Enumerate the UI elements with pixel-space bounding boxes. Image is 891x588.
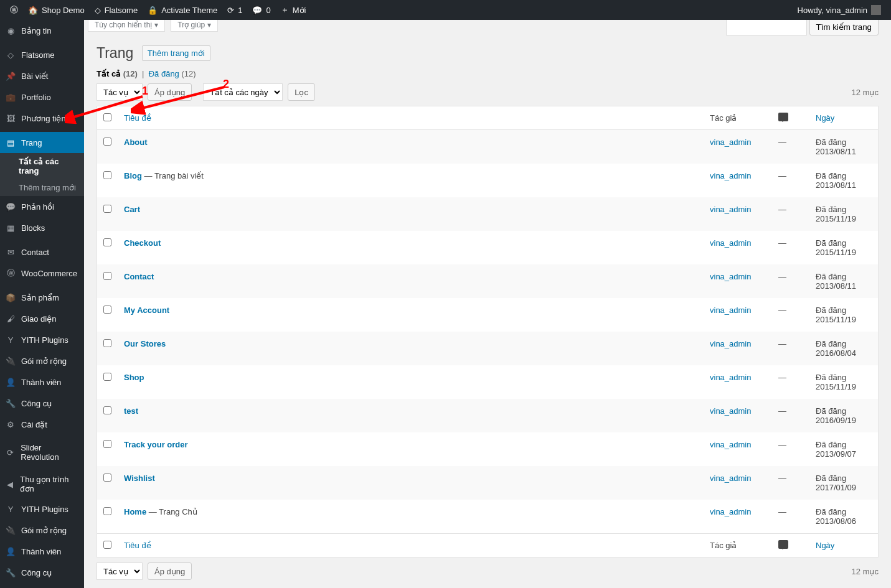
row-date: Đã đăng2013/08/11	[809, 130, 878, 164]
row-title-link[interactable]: Cart	[124, 205, 140, 214]
row-title-link[interactable]: test	[124, 406, 138, 416]
site-link[interactable]: 🏠Shop Demo	[23, 0, 90, 20]
sidebar-item-sản-phẩm[interactable]: 📦Sản phẩm	[0, 287, 84, 308]
row-checkbox[interactable]	[103, 339, 111, 347]
submenu-thêm-trang-mới[interactable]: Thêm trang mới	[0, 179, 84, 196]
row-author-link[interactable]: vina_admin	[710, 138, 752, 147]
row-author-link[interactable]: vina_admin	[710, 238, 752, 248]
flatsome-link[interactable]: ◇Flatsome	[90, 0, 143, 20]
sidebar-item-yith-plugins[interactable]: YYITH Plugins	[0, 329, 84, 350]
my-account[interactable]: Howdy, vina_admin	[793, 0, 886, 20]
row-title-link[interactable]: Checkout	[124, 238, 161, 248]
sidebar-item-bài-viết[interactable]: 📌Bài viết	[0, 65, 84, 86]
row-title-link[interactable]: Wishlist	[124, 474, 155, 483]
screen-options-btn[interactable]: Tùy chọn hiển thị	[88, 19, 165, 32]
row-author-link[interactable]: vina_admin	[710, 406, 752, 416]
row-comments: —	[772, 399, 809, 432]
row-title-link[interactable]: Home	[124, 507, 146, 516]
sidebar-item-công-cụ[interactable]: 🔧Công cụ	[0, 562, 84, 583]
users-icon: 👤	[5, 546, 16, 557]
row-title-link[interactable]: Shop	[124, 373, 144, 382]
sidebar-item-cài-đặt[interactable]: ⚙Cài đặt	[0, 414, 84, 435]
wp-logo[interactable]: ⓦ	[5, 0, 23, 20]
col-title[interactable]: Tiêu đề	[124, 113, 151, 123]
col-title-foot[interactable]: Tiêu đề	[124, 541, 151, 550]
new-content[interactable]: ＋Mới	[276, 0, 311, 20]
row-checkbox[interactable]	[103, 171, 111, 179]
sidebar-item-bảng-tin[interactable]: ◉Bảng tin	[0, 20, 84, 41]
sidebar-item-gói-mở-rộng[interactable]: 🔌Gói mở rộng	[0, 520, 84, 541]
tools-icon: 🔧	[5, 567, 16, 578]
sidebar-item-cài-đặt[interactable]: ⚙Cài đặt	[0, 583, 84, 588]
add-new-button[interactable]: Thêm trang mới	[142, 45, 210, 61]
sidebar-item-flatsome[interactable]: ◇Flatsome	[0, 44, 84, 65]
row-checkbox[interactable]	[103, 406, 111, 414]
bulk-apply-button-bottom[interactable]: Áp dụng	[148, 562, 192, 580]
row-comments: —	[772, 500, 809, 533]
row-title-link[interactable]: Contact	[124, 272, 154, 281]
sidebar-item-label: Thành viên	[21, 547, 61, 556]
sidebar-item-label: Công cụ	[21, 399, 52, 408]
bulk-action-select[interactable]: Tác vụ	[97, 83, 143, 101]
row-checkbox[interactable]	[103, 507, 111, 515]
row-checkbox[interactable]	[103, 138, 111, 146]
row-checkbox[interactable]	[103, 440, 111, 448]
sidebar-item-slider-revolution[interactable]: ⟳Slider Revolution	[0, 438, 84, 467]
date-filter-select[interactable]: Tất cả các ngày	[203, 83, 283, 101]
sidebar-item-công-cụ[interactable]: 🔧Công cụ	[0, 393, 84, 414]
filter-all[interactable]: Tất cả (12)	[97, 69, 138, 78]
sidebar-item-portfolio[interactable]: 💼Portfolio	[0, 86, 84, 108]
sidebar-item-phản-hồi[interactable]: 💬Phản hồi	[0, 196, 84, 217]
help-btn[interactable]: Trợ giúp	[171, 19, 217, 32]
bulk-apply-button[interactable]: Áp dụng	[148, 83, 192, 101]
sidebar-item-phương-tiện[interactable]: 🖾Phương tiện	[0, 108, 84, 129]
row-title-link[interactable]: My Account	[124, 306, 169, 315]
row-author-link[interactable]: vina_admin	[710, 474, 752, 483]
sidebar-item-giao-diện[interactable]: 🖌Giao diện	[0, 308, 84, 329]
sidebar-item-blocks[interactable]: ▦Blocks	[0, 217, 84, 238]
sidebar-item-contact[interactable]: ✉Contact	[0, 241, 84, 263]
row-author-link[interactable]: vina_admin	[710, 339, 752, 348]
row-author-link[interactable]: vina_admin	[710, 507, 752, 516]
table-row: Blog — Trang bài viếtvina_admin—Đã đăng2…	[97, 164, 878, 197]
sidebar-item-gói-mở-rộng[interactable]: 🔌Gói mở rộng	[0, 350, 84, 371]
row-checkbox[interactable]	[103, 238, 111, 246]
bulk-action-select-bottom[interactable]: Tác vụ	[97, 562, 143, 580]
update-icon: ⟳	[227, 6, 234, 15]
row-title-link[interactable]: Our Stores	[124, 339, 166, 348]
sidebar-item-thu-gọn-trình-đơn[interactable]: ◀Thu gọn trình đơn	[0, 470, 84, 498]
col-date[interactable]: Ngày	[816, 113, 834, 123]
activate-theme[interactable]: 🔒Activate Theme	[143, 0, 222, 20]
row-author-link[interactable]: vina_admin	[710, 272, 752, 281]
row-title-link[interactable]: Blog	[124, 171, 142, 180]
sidebar-item-thành-viên[interactable]: 👤Thành viên	[0, 371, 84, 393]
row-author-link[interactable]: vina_admin	[710, 373, 752, 382]
submenu-tất-cả-các-trang[interactable]: Tất cả các trang	[0, 153, 84, 179]
avatar	[871, 5, 881, 15]
row-author-link[interactable]: vina_admin	[710, 205, 752, 214]
row-checkbox[interactable]	[103, 306, 111, 314]
row-title-link[interactable]: Track your order	[124, 440, 188, 449]
sidebar-item-thành-viên[interactable]: 👤Thành viên	[0, 541, 84, 562]
updates-link[interactable]: ⟳1	[222, 0, 247, 20]
table-row: Cartvina_admin—Đã đăng2015/11/19	[97, 197, 878, 231]
sidebar-item-yith-plugins[interactable]: YYITH Plugins	[0, 498, 84, 520]
row-author-link[interactable]: vina_admin	[710, 171, 752, 180]
row-title-link[interactable]: About	[124, 138, 148, 147]
sidebar-item-woocommerce[interactable]: ⓦWooCommerce	[0, 263, 84, 284]
sidebar-item-trang[interactable]: ▤Trang	[0, 132, 84, 153]
row-comments: —	[772, 130, 809, 164]
select-all-top[interactable]	[103, 113, 111, 121]
row-author-link[interactable]: vina_admin	[710, 306, 752, 315]
row-checkbox[interactable]	[103, 205, 111, 213]
filter-button[interactable]: Lọc	[288, 83, 315, 101]
select-all-bottom[interactable]	[103, 541, 111, 549]
table-row: Wishlistvina_admin—Đã đăng2017/01/09	[97, 466, 878, 500]
row-checkbox[interactable]	[103, 373, 111, 381]
col-date-foot[interactable]: Ngày	[816, 541, 834, 550]
comments-link[interactable]: 💬0	[247, 0, 275, 20]
filter-published[interactable]: Đã đăng (12)	[149, 69, 196, 78]
row-checkbox[interactable]	[103, 474, 111, 482]
row-author-link[interactable]: vina_admin	[710, 440, 752, 449]
row-checkbox[interactable]	[103, 272, 111, 280]
